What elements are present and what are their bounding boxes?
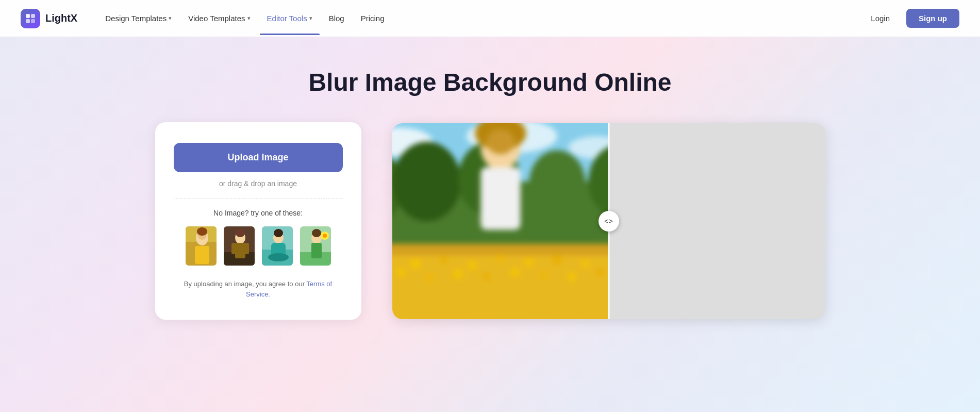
nav-design-templates[interactable]: Design Templates ▾ [98, 10, 179, 27]
svg-point-21 [268, 253, 289, 261]
signup-button[interactable]: Sign up [906, 9, 959, 28]
upload-image-button[interactable]: Upload Image [174, 143, 343, 172]
preview-before [392, 123, 609, 319]
sample-image-4[interactable] [299, 225, 332, 267]
chevron-down-icon: ▾ [169, 15, 172, 22]
svg-point-22 [274, 229, 283, 237]
login-button[interactable]: Login [862, 10, 898, 27]
logo-link[interactable]: LightX [21, 9, 77, 28]
svg-rect-64 [480, 167, 520, 229]
svg-rect-2 [26, 19, 30, 23]
content-row: Upload Image or drag & drop an image No … [155, 122, 825, 320]
svg-rect-1 [31, 14, 35, 18]
chevron-down-icon: ▾ [247, 15, 251, 22]
preview-area: < > [392, 123, 825, 319]
svg-rect-0 [26, 14, 30, 18]
sample-image-1[interactable] [185, 225, 218, 267]
svg-rect-26 [311, 243, 322, 258]
nav-links: Design Templates ▾ Video Templates ▾ Edi… [98, 10, 862, 27]
sample-image-2[interactable] [223, 225, 256, 267]
page-title: Blur Image Background Online [308, 68, 671, 96]
nav-blog[interactable]: Blog [322, 10, 352, 27]
nav-editor-tools[interactable]: Editor Tools ▾ [260, 10, 320, 27]
svg-point-16 [236, 229, 245, 237]
preview-split: < > [392, 123, 825, 319]
slider-right-arrow: > [609, 217, 613, 225]
svg-point-29 [312, 229, 321, 237]
main-content: Blur Image Background Online Upload Imag… [0, 37, 980, 340]
preview-after [609, 123, 825, 319]
drag-drop-text: or drag & drop an image [174, 179, 343, 188]
navbar: LightX Design Templates ▾ Video Template… [0, 0, 980, 37]
sample-images-label: No Image? try one of these: [174, 209, 343, 217]
chevron-down-icon: ▾ [309, 15, 312, 22]
svg-point-28 [323, 234, 327, 238]
svg-rect-14 [231, 243, 236, 254]
nav-auth: Login Sign up [862, 9, 959, 28]
nav-pricing[interactable]: Pricing [354, 10, 392, 27]
svg-rect-3 [31, 19, 35, 23]
svg-point-36 [393, 142, 461, 221]
svg-rect-8 [195, 246, 209, 264]
svg-point-9 [197, 227, 207, 236]
logo-icon [21, 9, 40, 28]
svg-rect-41 [392, 255, 609, 319]
slider-left-arrow: < [604, 217, 608, 225]
terms-text: By uploading an image, you agree to our … [174, 279, 343, 299]
svg-rect-13 [235, 243, 245, 258]
sample-images-row [174, 225, 343, 267]
svg-rect-15 [245, 243, 249, 254]
sample-image-3[interactable] [261, 225, 294, 267]
brand-name: LightX [45, 12, 77, 24]
slider-handle[interactable]: < > [599, 211, 619, 232]
divider [174, 198, 343, 199]
nav-video-templates[interactable]: Video Templates ▾ [181, 10, 257, 27]
upload-card: Upload Image or drag & drop an image No … [155, 122, 361, 320]
